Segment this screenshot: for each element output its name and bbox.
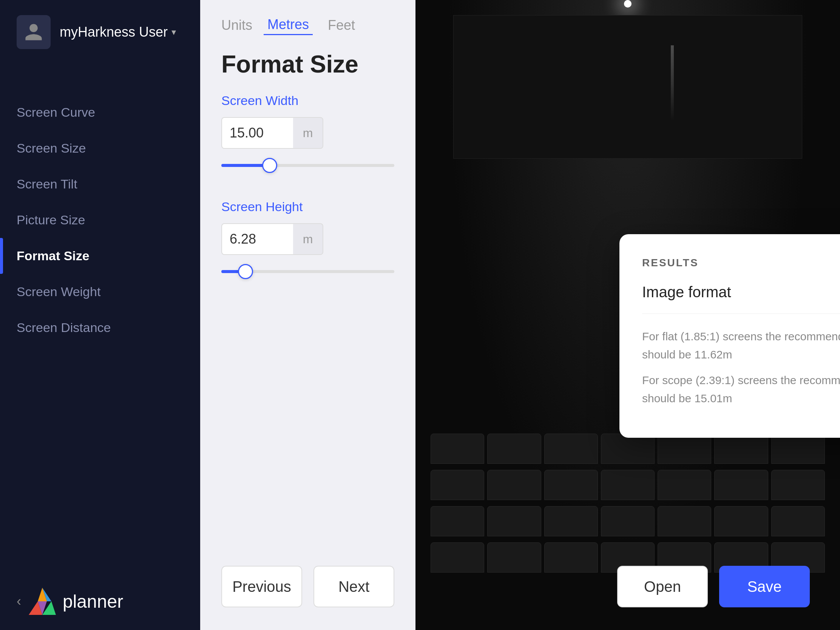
results-divider — [642, 314, 840, 314]
open-button[interactable]: Open — [617, 566, 708, 607]
screen-height-slider[interactable] — [221, 264, 394, 279]
sidebar-item-screen-tilt[interactable]: Screen Tilt — [0, 166, 200, 202]
results-desc-1: For flat (1.85:1) screens the recommende… — [642, 327, 840, 364]
page-title: Format Size — [200, 43, 415, 93]
results-desc-2: For scope (2.39:1) screens the recommend… — [642, 371, 840, 407]
sidebar-collapse-button[interactable]: ‹ — [17, 594, 21, 609]
dropdown-chevron-icon: ▾ — [172, 27, 176, 37]
seat — [431, 542, 484, 573]
light-bar — [671, 45, 674, 121]
sidebar-footer: ‹ planner — [0, 573, 200, 630]
seat — [658, 470, 711, 500]
previous-button[interactable]: Previous — [221, 566, 302, 607]
sidebar-nav: Screen Curve Screen Size Screen Tilt Pic… — [0, 95, 200, 573]
save-button[interactable]: Save — [719, 566, 810, 607]
screen-width-unit: m — [293, 117, 323, 149]
results-title: RESULTS — [642, 257, 840, 269]
seat-row — [415, 506, 840, 536]
image-format-label: Image format — [642, 284, 731, 301]
sidebar-item-picture-size[interactable]: Picture Size — [0, 202, 200, 238]
units-label: Units — [221, 17, 252, 33]
seat — [714, 434, 768, 464]
right-panel: RESULTS Image format 2.39:1 For flat (1.… — [415, 0, 840, 630]
seat — [431, 434, 484, 464]
seat — [487, 434, 541, 464]
bottom-buttons: Open Save — [617, 566, 810, 607]
seat — [487, 542, 541, 573]
planner-logo: planner — [29, 588, 123, 615]
screen-width-group: Screen Width m — [221, 93, 394, 173]
seat — [544, 542, 598, 573]
units-tab-metres[interactable]: Metres — [264, 15, 313, 35]
seat — [658, 506, 711, 536]
units-tab-feet[interactable]: Feet — [324, 16, 359, 35]
units-bar: Units Metres Feet — [200, 0, 415, 43]
screen-width-slider-track — [221, 164, 394, 167]
sidebar-item-format-size[interactable]: Format Size — [0, 238, 200, 274]
user-icon — [24, 22, 44, 42]
planner-logo-icon — [29, 588, 56, 615]
seat — [658, 434, 711, 464]
seat — [771, 434, 825, 464]
screen-width-label: Screen Width — [221, 93, 394, 108]
buttons-row: Previous Next — [200, 554, 415, 630]
seat — [714, 470, 768, 500]
results-card: RESULTS Image format 2.39:1 For flat (1.… — [619, 234, 840, 438]
sidebar-item-screen-distance[interactable]: Screen Distance — [0, 310, 200, 346]
username-label[interactable]: myHarkness User ▾ — [60, 24, 176, 40]
seat — [714, 506, 768, 536]
username-text: myHarkness User — [60, 24, 168, 40]
main-panel: Units Metres Feet Format Size Screen Wid… — [200, 0, 415, 630]
screen-width-input[interactable] — [221, 117, 293, 149]
seat — [771, 506, 825, 536]
next-button[interactable]: Next — [314, 566, 394, 607]
seat-row — [415, 434, 840, 464]
seat — [601, 434, 655, 464]
screen-height-input[interactable] — [221, 223, 293, 255]
screen-width-input-row: m — [221, 117, 394, 149]
cinema-screen-visual — [453, 15, 802, 159]
screen-width-slider-thumb[interactable] — [262, 158, 277, 173]
sidebar-header: myHarkness User ▾ — [0, 0, 200, 72]
seat — [431, 470, 484, 500]
screen-height-slider-thumb[interactable] — [238, 264, 253, 279]
sidebar-item-screen-weight[interactable]: Screen Weight — [0, 274, 200, 310]
seat — [544, 470, 598, 500]
seat — [487, 470, 541, 500]
seat — [771, 470, 825, 500]
seat — [601, 470, 655, 500]
sidebar: myHarkness User ▾ Screen Curve Screen Si… — [0, 0, 200, 630]
form-section: Screen Width m Screen Height m — [200, 93, 415, 554]
seat — [431, 506, 484, 536]
seat-row — [415, 470, 840, 500]
seat — [544, 434, 598, 464]
ceiling-light — [624, 0, 632, 8]
seat — [601, 506, 655, 536]
planner-label: planner — [63, 591, 123, 612]
screen-height-label: Screen Height — [221, 199, 394, 214]
seat — [544, 506, 598, 536]
sidebar-item-screen-curve[interactable]: Screen Curve — [0, 95, 200, 130]
screen-width-slider[interactable] — [221, 158, 394, 173]
screen-height-group: Screen Height m — [221, 199, 394, 279]
screen-height-input-row: m — [221, 223, 394, 255]
screen-height-unit: m — [293, 223, 323, 255]
seat — [487, 506, 541, 536]
sidebar-item-screen-size[interactable]: Screen Size — [0, 130, 200, 166]
avatar — [17, 15, 51, 49]
results-image-format-row: Image format 2.39:1 — [642, 283, 840, 302]
